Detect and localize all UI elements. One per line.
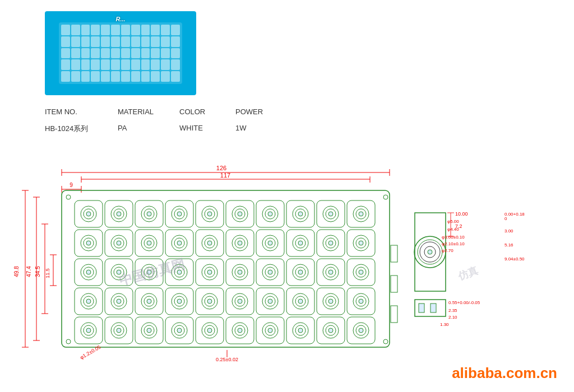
svg-text:34.5: 34.5 bbox=[35, 266, 41, 277]
svg-text:49.8: 49.8 bbox=[13, 266, 20, 277]
header-color: COLOR bbox=[179, 108, 235, 116]
svg-text:47.4: 47.4 bbox=[26, 266, 32, 277]
svg-rect-235 bbox=[391, 306, 397, 323]
svg-point-84 bbox=[177, 241, 182, 245]
svg-point-212 bbox=[238, 328, 242, 333]
side-drawing: 10.00 7.2 0.00+0.18 0 3.00 5.16 9.04±0.5… bbox=[409, 202, 566, 370]
logo: R... bbox=[115, 16, 125, 22]
svg-point-36 bbox=[117, 212, 121, 216]
svg-text:10.00: 10.00 bbox=[455, 211, 468, 217]
svg-point-56 bbox=[268, 212, 272, 216]
svg-point-204 bbox=[177, 328, 182, 333]
svg-rect-233 bbox=[391, 245, 397, 262]
svg-point-180 bbox=[298, 299, 303, 304]
svg-point-100 bbox=[298, 241, 303, 245]
svg-point-144 bbox=[328, 270, 333, 274]
svg-point-231 bbox=[383, 195, 388, 199]
svg-point-160 bbox=[147, 299, 151, 304]
svg-point-32 bbox=[86, 212, 91, 216]
svg-text:9.04±0.50: 9.04±0.50 bbox=[504, 256, 525, 262]
svg-point-48 bbox=[207, 212, 212, 216]
svg-text:126: 126 bbox=[216, 165, 226, 171]
svg-text:11.5: 11.5 bbox=[45, 268, 50, 278]
svg-text:0.00+0.18: 0.00+0.18 bbox=[504, 212, 525, 217]
main-technical-drawing: 126 117 9 49.8 47.4 34.5 11.5 bbox=[8, 157, 412, 381]
svg-point-52 bbox=[238, 212, 242, 216]
svg-text:5.16: 5.16 bbox=[504, 242, 513, 248]
svg-point-68 bbox=[359, 212, 363, 216]
svg-rect-262 bbox=[419, 304, 424, 312]
svg-point-220 bbox=[298, 328, 303, 333]
spec-header-row: ITEM NO. MATERIAL COLOR POWER bbox=[45, 108, 280, 116]
svg-text:φ3.60±0.10: φ3.60±0.10 bbox=[442, 235, 465, 240]
svg-point-80 bbox=[147, 241, 151, 245]
svg-text:仿真: 仿真 bbox=[456, 264, 480, 282]
svg-point-200 bbox=[147, 328, 151, 333]
svg-text:1.30: 1.30 bbox=[440, 322, 449, 327]
svg-point-108 bbox=[359, 241, 363, 245]
svg-point-208 bbox=[207, 328, 212, 333]
svg-point-152 bbox=[86, 299, 91, 304]
svg-point-140 bbox=[298, 270, 303, 274]
svg-text:0.25±0.02: 0.25±0.02 bbox=[216, 357, 238, 362]
svg-text:2.10: 2.10 bbox=[448, 315, 457, 320]
svg-point-172 bbox=[238, 299, 242, 304]
value-power: 1W bbox=[235, 124, 280, 134]
svg-point-72 bbox=[86, 241, 91, 245]
svg-text:φ1.2±0.05: φ1.2±0.05 bbox=[79, 344, 101, 361]
header-power: POWER bbox=[235, 108, 280, 116]
svg-point-224 bbox=[328, 328, 333, 333]
svg-point-60 bbox=[298, 212, 303, 216]
svg-point-192 bbox=[86, 328, 91, 333]
svg-point-64 bbox=[328, 212, 333, 216]
svg-text:2.35: 2.35 bbox=[448, 308, 457, 313]
svg-point-230 bbox=[66, 339, 71, 344]
header-item-no: ITEM NO. bbox=[45, 108, 118, 116]
led-grid bbox=[59, 22, 182, 84]
value-item-no: HB-1024系列 bbox=[45, 124, 118, 134]
svg-text:φ2.70: φ2.70 bbox=[442, 248, 453, 253]
svg-point-245 bbox=[428, 250, 432, 254]
svg-point-176 bbox=[268, 299, 272, 304]
svg-point-112 bbox=[86, 270, 91, 274]
svg-point-232 bbox=[383, 339, 388, 344]
svg-text:0: 0 bbox=[504, 216, 507, 221]
svg-point-168 bbox=[207, 299, 212, 304]
svg-text:φ4.40: φ4.40 bbox=[447, 227, 459, 232]
svg-point-40 bbox=[147, 212, 151, 216]
svg-point-44 bbox=[177, 212, 182, 216]
svg-point-104 bbox=[328, 241, 333, 245]
svg-point-164 bbox=[177, 299, 182, 304]
svg-point-216 bbox=[268, 328, 272, 333]
svg-point-96 bbox=[268, 241, 272, 245]
spec-data-row: HB-1024系列 PA WHITE 1W bbox=[45, 124, 280, 134]
svg-point-148 bbox=[359, 270, 363, 274]
svg-point-229 bbox=[66, 195, 71, 199]
svg-rect-234 bbox=[391, 276, 397, 292]
svg-point-88 bbox=[207, 241, 212, 245]
svg-point-188 bbox=[359, 299, 363, 304]
svg-point-196 bbox=[117, 328, 121, 333]
svg-point-184 bbox=[328, 299, 333, 304]
svg-point-76 bbox=[117, 241, 121, 245]
value-material: PA bbox=[118, 124, 179, 134]
svg-point-128 bbox=[207, 270, 212, 274]
svg-rect-263 bbox=[430, 304, 436, 312]
svg-text:117: 117 bbox=[220, 172, 230, 179]
header-material: MATERIAL bbox=[118, 108, 179, 116]
spec-table: ITEM NO. MATERIAL COLOR POWER HB-1024系列 … bbox=[45, 108, 280, 134]
svg-point-228 bbox=[359, 328, 363, 333]
svg-point-92 bbox=[238, 241, 242, 245]
svg-text:中国仿真网: 中国仿真网 bbox=[117, 256, 186, 288]
svg-text:9: 9 bbox=[70, 182, 73, 188]
product-photo: R... bbox=[45, 11, 196, 95]
value-color: WHITE bbox=[179, 124, 235, 134]
svg-point-136 bbox=[268, 270, 272, 274]
alibaba-watermark: alibaba.com.cn bbox=[452, 365, 557, 382]
svg-text:φ2.10±0.10: φ2.10±0.10 bbox=[442, 241, 465, 246]
svg-point-156 bbox=[117, 299, 121, 304]
svg-text:φ5.00: φ5.00 bbox=[447, 219, 459, 224]
svg-text:0.55+0.00/-0.05: 0.55+0.00/-0.05 bbox=[448, 300, 480, 305]
svg-point-132 bbox=[238, 270, 242, 274]
svg-text:3.00: 3.00 bbox=[504, 228, 513, 234]
